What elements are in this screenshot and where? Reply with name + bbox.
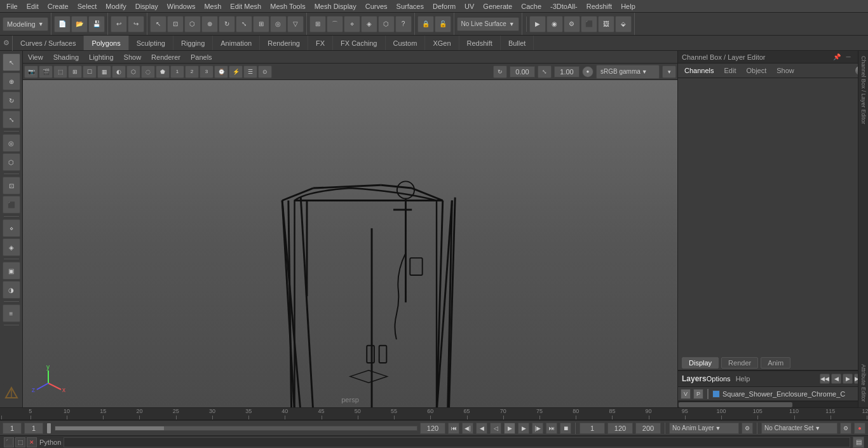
- vp-wire-button[interactable]: ⬡: [126, 65, 140, 78]
- vp-shading-button[interactable]: ◐: [112, 65, 126, 78]
- rotate-button[interactable]: ↻: [219, 16, 235, 32]
- anim-start-field[interactable]: 1: [580, 423, 605, 434]
- tab-curves-surfaces[interactable]: Curves / Surfaces: [13, 36, 84, 50]
- save-scene-button[interactable]: 💾: [88, 16, 105, 32]
- menu-mesh-tools[interactable]: Mesh Tools: [266, 2, 309, 11]
- window-close-btn[interactable]: ✕: [27, 437, 37, 447]
- display-lt-button[interactable]: ▣: [3, 262, 20, 280]
- render-view-button[interactable]: 🖼: [598, 16, 614, 32]
- menu-mesh[interactable]: Mesh: [200, 2, 225, 11]
- layer-arrow-dbl-left[interactable]: ◀◀: [820, 374, 830, 384]
- show-manip-button[interactable]: ▽: [287, 16, 304, 32]
- menu-file[interactable]: File: [3, 2, 22, 11]
- layers-help-tab[interactable]: Help: [736, 375, 750, 383]
- vp-camera-button[interactable]: 📷: [24, 65, 38, 78]
- snap-button[interactable]: ⋄: [3, 219, 20, 237]
- menu-edit-mesh[interactable]: Edit Mesh: [226, 2, 265, 11]
- menu-curves[interactable]: Curves: [362, 2, 391, 11]
- render-seq-button[interactable]: ⬛: [581, 16, 597, 32]
- live-surface-dropdown[interactable]: No Live Surface ▼: [457, 17, 519, 31]
- tab-redshift[interactable]: Redshift: [459, 36, 501, 50]
- transport-next-key[interactable]: ▶: [518, 423, 529, 434]
- viewport-menu-show[interactable]: Show: [121, 53, 144, 62]
- snap-surface-button[interactable]: ⬡: [378, 16, 395, 32]
- paint-sel-button[interactable]: ⬡: [184, 16, 201, 32]
- tab-animation[interactable]: Animation: [213, 36, 260, 50]
- transport-step-fwd[interactable]: |▶: [532, 423, 543, 434]
- transport-step-back[interactable]: ◀|: [462, 423, 473, 434]
- snap-grid-button[interactable]: ⊞: [309, 16, 326, 32]
- menu-cache[interactable]: Cache: [517, 2, 545, 11]
- char-set-settings-icon[interactable]: ⚙: [840, 423, 851, 434]
- outliner-button[interactable]: ≡: [3, 304, 20, 322]
- menu-mesh-display[interactable]: Mesh Display: [311, 2, 360, 11]
- viewport-menu-view[interactable]: View: [25, 53, 46, 62]
- display-tab-render[interactable]: Render: [721, 357, 758, 369]
- render-current-button[interactable]: ▶: [529, 16, 546, 32]
- vp-res2-button[interactable]: 2: [185, 65, 199, 78]
- snap-proj-button[interactable]: ◈: [361, 16, 377, 32]
- layer-visibility[interactable]: V: [681, 389, 691, 399]
- anim-end-field[interactable]: 120: [607, 423, 633, 434]
- scale-button[interactable]: ⤡: [236, 16, 252, 32]
- menu-uv[interactable]: UV: [461, 2, 478, 11]
- ipr-render-button[interactable]: ◉: [546, 16, 563, 32]
- tab-xgen[interactable]: XGen: [425, 36, 459, 50]
- range-end-field[interactable]: 120: [420, 423, 445, 434]
- menu-generate[interactable]: Generate: [479, 2, 516, 11]
- transport-play-back[interactable]: ◁: [490, 423, 501, 434]
- vp-hud-button[interactable]: ☰: [243, 65, 257, 78]
- menu-surfaces[interactable]: Surfaces: [393, 2, 428, 11]
- snap2-button[interactable]: ◈: [3, 238, 20, 256]
- transform-button[interactable]: ⊕: [201, 16, 218, 32]
- anim-end2-field[interactable]: 200: [635, 423, 661, 434]
- snap-point-button[interactable]: ⋄: [344, 16, 360, 32]
- vp-anim-button[interactable]: ⌚: [214, 65, 228, 78]
- vp-sel-mask-button[interactable]: ☐: [83, 65, 97, 78]
- menu-modify[interactable]: Modify: [102, 2, 130, 11]
- channel-box-vert-label[interactable]: Channel Box / Layer Editor: [859, 51, 868, 130]
- window-icon-btn[interactable]: ⬛: [4, 437, 14, 447]
- lasso-button[interactable]: ⊡: [167, 16, 184, 32]
- vp-rotate-value[interactable]: 0.00: [510, 66, 535, 78]
- transport-play[interactable]: ▶: [504, 423, 515, 434]
- display-tab-display[interactable]: Display: [682, 357, 719, 369]
- tab-sculpting[interactable]: Sculpting: [129, 36, 173, 50]
- start-frame-field[interactable]: 1: [3, 423, 22, 434]
- viewport-canvas[interactable]: persp x y z: [23, 80, 677, 407]
- anim-layer-settings-icon[interactable]: ⚙: [742, 423, 753, 434]
- menu-redshift[interactable]: Redshift: [583, 2, 616, 11]
- menu-3dto[interactable]: -3DtoAll-: [546, 2, 581, 11]
- select-tool-button[interactable]: ↖: [150, 16, 166, 32]
- universal-button[interactable]: ⊞: [253, 16, 269, 32]
- tab-settings-icon[interactable]: ⚙: [0, 36, 13, 51]
- object-mode-button[interactable]: ⬛: [3, 196, 20, 214]
- vp-grid-button[interactable]: ⊞: [68, 65, 82, 78]
- cb-tab-channels[interactable]: Channels: [682, 66, 716, 75]
- open-scene-button[interactable]: 📂: [71, 16, 88, 32]
- pin-icon[interactable]: 📌: [832, 53, 841, 62]
- transport-go-start[interactable]: ⏮: [448, 423, 459, 434]
- menu-display[interactable]: Display: [132, 2, 162, 11]
- tab-custom[interactable]: Custom: [386, 36, 426, 50]
- vp-gamma-dropdown[interactable]: sRGB gamma ▼: [596, 65, 660, 79]
- minimize-icon[interactable]: ─: [844, 53, 853, 62]
- soft-mod-button[interactable]: ◎: [270, 16, 287, 32]
- script-editor-button[interactable]: ▤: [853, 437, 864, 448]
- cb-tab-edit[interactable]: Edit: [721, 66, 738, 75]
- viewport-menu-lighting[interactable]: Lighting: [86, 53, 116, 62]
- vp-toggle-button[interactable]: ▦: [97, 65, 111, 78]
- hypershade-button[interactable]: ⬙: [615, 16, 632, 32]
- scale-lt-button[interactable]: ⤡: [3, 111, 20, 128]
- select-button[interactable]: ↖: [3, 53, 20, 71]
- auto-key-icon[interactable]: ●: [854, 423, 865, 434]
- vp-scale-value[interactable]: 1.00: [554, 66, 580, 78]
- viewport[interactable]: View Shading Lighting Show Renderer Pane…: [23, 51, 677, 407]
- undo-button[interactable]: ↩: [111, 16, 127, 32]
- python-input-field[interactable]: [64, 437, 850, 447]
- vp-smooth-button[interactable]: ⬟: [156, 65, 170, 78]
- layer-playback[interactable]: P: [693, 389, 703, 399]
- component-mode-button[interactable]: ⊡: [3, 177, 20, 194]
- no-anim-layer-dropdown[interactable]: No Anim Layer ▼: [669, 423, 739, 434]
- menu-help[interactable]: Help: [617, 2, 639, 11]
